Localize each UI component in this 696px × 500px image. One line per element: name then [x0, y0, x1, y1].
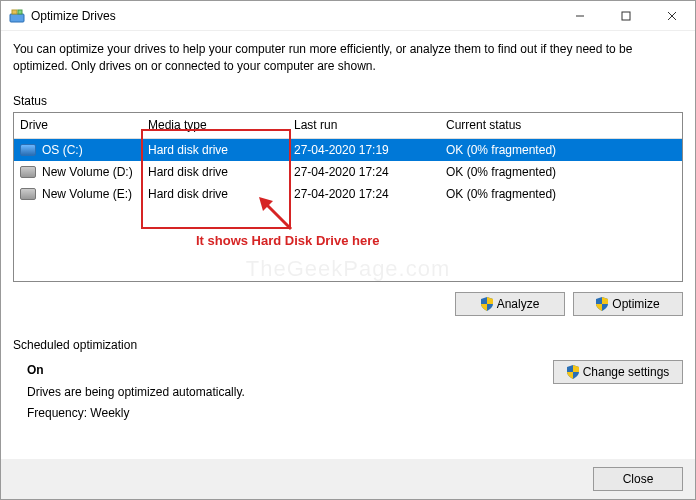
col-last[interactable]: Last run — [294, 118, 446, 132]
minimize-button[interactable] — [557, 1, 603, 31]
change-settings-label: Change settings — [583, 365, 670, 379]
cell-drive: New Volume (E:) — [20, 187, 148, 201]
shield-icon — [567, 365, 579, 379]
svg-rect-0 — [10, 14, 24, 22]
scheduled-freq: Frequency: Weekly — [27, 403, 533, 423]
cell-drive: New Volume (D:) — [20, 165, 148, 179]
analyze-label: Analyze — [497, 297, 540, 311]
optimize-label: Optimize — [612, 297, 659, 311]
window-controls — [557, 1, 695, 31]
optimize-button[interactable]: Optimize — [573, 292, 683, 316]
cell-media: Hard disk drive — [148, 165, 294, 179]
table-row[interactable]: New Volume (D:)Hard disk drive27-04-2020… — [14, 161, 682, 183]
scheduled-desc: Drives are being optimized automatically… — [27, 382, 533, 402]
cell-media: Hard disk drive — [148, 187, 294, 201]
optimize-drives-icon — [9, 8, 25, 24]
col-status[interactable]: Current status — [446, 118, 682, 132]
change-settings-button[interactable]: Change settings — [553, 360, 683, 384]
svg-rect-1 — [12, 10, 17, 14]
window-title: Optimize Drives — [31, 9, 557, 23]
cell-drive: OS (C:) — [20, 143, 148, 157]
drive-icon — [20, 166, 36, 178]
svg-rect-2 — [18, 10, 22, 14]
cell-status: OK (0% fragmented) — [446, 143, 682, 157]
svg-rect-4 — [622, 12, 630, 20]
cell-status: OK (0% fragmented) — [446, 187, 682, 201]
analyze-button[interactable]: Analyze — [455, 292, 565, 316]
cell-status: OK (0% fragmented) — [446, 165, 682, 179]
drive-name: OS (C:) — [42, 143, 83, 157]
intro-text: You can optimize your drives to help you… — [13, 41, 683, 76]
titlebar: Optimize Drives — [1, 1, 695, 31]
drive-name: New Volume (E:) — [42, 187, 132, 201]
cell-media: Hard disk drive — [148, 143, 294, 157]
table-header: Drive Media type Last run Current status — [14, 113, 682, 139]
shield-icon — [481, 297, 493, 311]
drive-icon — [20, 144, 36, 156]
col-drive[interactable]: Drive — [20, 118, 148, 132]
bottom-bar: Close — [1, 459, 695, 499]
close-window-button[interactable] — [649, 1, 695, 31]
cell-last: 27-04-2020 17:24 — [294, 165, 446, 179]
cell-last: 27-04-2020 17:24 — [294, 187, 446, 201]
drive-name: New Volume (D:) — [42, 165, 133, 179]
cell-last: 27-04-2020 17:19 — [294, 143, 446, 157]
scheduled-label: Scheduled optimization — [13, 338, 683, 352]
close-button[interactable]: Close — [593, 467, 683, 491]
shield-icon — [596, 297, 608, 311]
scheduled-on: On — [27, 360, 533, 380]
table-row[interactable]: OS (C:)Hard disk drive27-04-2020 17:19OK… — [14, 139, 682, 161]
table-row[interactable]: New Volume (E:)Hard disk drive27-04-2020… — [14, 183, 682, 205]
drive-icon — [20, 188, 36, 200]
action-buttons: Analyze Optimize — [13, 292, 683, 316]
col-media[interactable]: Media type — [148, 118, 294, 132]
scheduled-info: On Drives are being optimized automatica… — [27, 360, 533, 423]
drives-table: Drive Media type Last run Current status… — [13, 112, 683, 282]
close-label: Close — [623, 472, 654, 486]
maximize-button[interactable] — [603, 1, 649, 31]
status-label: Status — [13, 94, 683, 108]
